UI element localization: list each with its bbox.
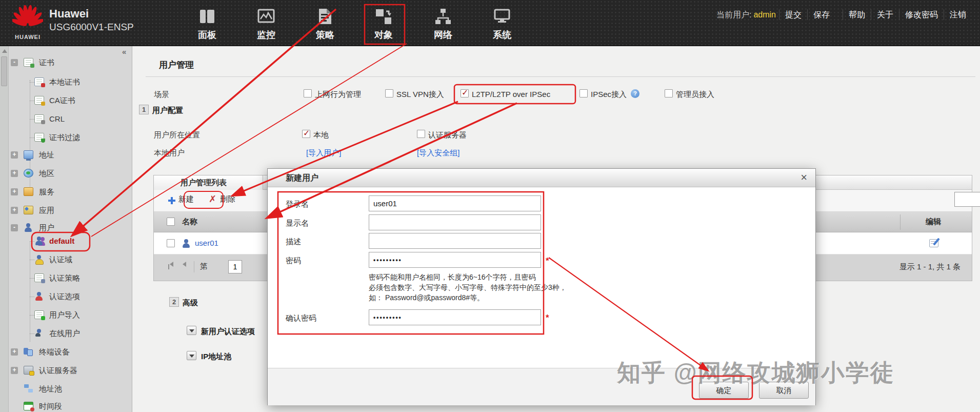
- sidebar-item-label: 本地证书: [49, 74, 80, 90]
- system-icon: [493, 7, 511, 26]
- password-hint-line1: 密码不能和用户名相同，长度为6~16个字符，且密码: [369, 273, 615, 282]
- first-page-icon[interactable]: [168, 264, 169, 269]
- nav-item-object[interactable]: 对象: [361, 4, 406, 43]
- expand-icon[interactable]: +: [11, 367, 18, 374]
- login-name-label: 登录名: [286, 200, 309, 209]
- scroll-up-icon[interactable]: [2, 49, 7, 53]
- top-bar: HUAWEI Huawei USG6000V1-ENSP 面板监控策略对象网络系…: [0, 0, 980, 46]
- checkbox-scene-4[interactable]: [665, 89, 673, 97]
- nav-item-label: 系统: [479, 29, 525, 41]
- sidebar-item-auth-policy[interactable]: 认证策略: [0, 270, 132, 286]
- nav-item-dashboard[interactable]: 面板: [185, 4, 230, 43]
- user-name-link[interactable]: user01: [195, 239, 218, 247]
- checkbox-scene-2[interactable]: [461, 89, 469, 97]
- nav-item-label: 网络: [421, 29, 466, 41]
- user-location-label: 用户所在位置: [154, 130, 200, 140]
- checkbox-scene-0[interactable]: [304, 89, 312, 97]
- expand-icon[interactable]: +: [11, 207, 18, 214]
- expand-new-user-auth-options-button[interactable]: [187, 326, 196, 335]
- description-input[interactable]: [369, 233, 541, 249]
- nav-item-system[interactable]: 系统: [479, 4, 525, 43]
- collapse-icon[interactable]: -: [11, 59, 18, 66]
- delete-button[interactable]: 删除: [220, 194, 235, 207]
- search-input[interactable]: [954, 192, 980, 207]
- top-link-2[interactable]: 帮助: [843, 9, 871, 20]
- expand-icon[interactable]: +: [11, 348, 18, 356]
- sidebar-item-certificate-filter[interactable]: 证书过滤: [0, 129, 132, 146]
- close-icon[interactable]: ×: [801, 171, 807, 184]
- object-icon: [374, 7, 393, 26]
- description-label: 描述: [286, 237, 301, 247]
- sidebar-item-label: default: [49, 233, 74, 249]
- checkbox-local[interactable]: [302, 130, 310, 138]
- sidebar-item-label: 认证策略: [49, 270, 80, 286]
- sidebar-item-region[interactable]: +地区: [0, 165, 132, 182]
- edit-icon[interactable]: [929, 239, 938, 247]
- first-page-icon[interactable]: [170, 262, 173, 267]
- import-user-link[interactable]: [导入用户]: [306, 148, 341, 158]
- certificate-icon: [24, 58, 33, 67]
- tree-connector: [30, 315, 34, 316]
- sidebar-item-crl[interactable]: CRL: [0, 111, 132, 127]
- password-input[interactable]: [369, 252, 541, 268]
- sidebar-item-address-pool[interactable]: 地址池: [0, 381, 132, 397]
- new-button[interactable]: 新建: [178, 194, 194, 207]
- user-row-icon: [182, 239, 191, 248]
- terminal-device-icon: [24, 347, 33, 356]
- display-name-label: 显示名: [286, 219, 309, 228]
- service-icon: [24, 187, 33, 196]
- checkbox-scene-3[interactable]: [579, 89, 588, 97]
- top-link-3[interactable]: 关于: [871, 9, 899, 20]
- sidebar-item-terminal-device[interactable]: +终端设备: [0, 344, 132, 360]
- nav-item-monitor[interactable]: 监控: [244, 4, 289, 43]
- sidebar-item-auth-option[interactable]: 认证选项: [0, 288, 132, 305]
- sidebar-item-auth-domain[interactable]: 认证域: [0, 251, 132, 268]
- checkbox-scene-1[interactable]: [385, 89, 393, 97]
- sidebar-item-local-certificate[interactable]: 本地证书: [0, 74, 132, 90]
- import-group-link[interactable]: [导入安全组]: [417, 148, 459, 158]
- page-number-input[interactable]: [228, 260, 242, 273]
- sidebar-item-user-group[interactable]: default: [0, 233, 132, 249]
- row-checkbox[interactable]: [167, 239, 175, 247]
- select-all-checkbox[interactable]: [167, 218, 175, 226]
- edit-column-header: 编辑: [926, 217, 941, 227]
- sidebar-item-service[interactable]: +服务: [0, 184, 132, 200]
- nav-item-label: 面板: [185, 29, 230, 41]
- checkbox-auth-server[interactable]: [417, 130, 425, 138]
- expand-icon[interactable]: +: [11, 188, 18, 195]
- top-link-4[interactable]: 修改密码: [899, 9, 944, 20]
- collapse-icon[interactable]: -: [11, 224, 18, 231]
- expand-icon[interactable]: +: [11, 170, 18, 177]
- nav-item-network[interactable]: 网络: [421, 4, 466, 43]
- sidebar-item-time-range[interactable]: 时间段: [0, 398, 132, 412]
- expand-ip-pool-button[interactable]: [187, 351, 196, 360]
- sidebar-item-certificate[interactable]: -证书: [0, 54, 132, 71]
- tree-connector: [30, 101, 34, 101]
- top-link-1[interactable]: 保存: [807, 9, 835, 20]
- checkbox-local-label: 本地: [313, 130, 329, 140]
- sidebar-item-address[interactable]: +地址: [0, 147, 132, 163]
- help-icon[interactable]: ?: [631, 89, 639, 98]
- sidebar-item-online-user[interactable]: 在线用户: [0, 325, 132, 342]
- user-import-icon: [34, 310, 44, 319]
- top-link-5[interactable]: 注销: [944, 9, 972, 20]
- policy-icon: [316, 7, 334, 26]
- expand-icon[interactable]: +: [11, 151, 18, 159]
- prev-page-icon[interactable]: [183, 262, 186, 267]
- application-icon: [24, 206, 33, 214]
- sidebar-item-ca-certificate[interactable]: CA证书: [0, 92, 132, 109]
- tab-user-management-list[interactable]: 用户管理列表: [154, 175, 263, 190]
- sidebar-item-user-import[interactable]: 用户导入: [0, 307, 132, 323]
- sidebar-item-auth-server[interactable]: +认证服务器: [0, 362, 132, 379]
- display-name-input[interactable]: [369, 214, 541, 230]
- sidebar-item-label: 应用: [39, 202, 54, 219]
- sidebar-item-application[interactable]: +应用: [0, 202, 132, 219]
- page-title: 用户管理: [159, 59, 194, 71]
- top-link-0[interactable]: 提交: [779, 9, 807, 20]
- section2-number: 2: [169, 297, 179, 307]
- tree-connector: [30, 278, 34, 279]
- scene-label: 场景: [154, 90, 169, 100]
- nav-item-policy[interactable]: 策略: [303, 4, 348, 43]
- confirm-password-input[interactable]: [369, 309, 541, 325]
- login-name-input[interactable]: [369, 195, 541, 211]
